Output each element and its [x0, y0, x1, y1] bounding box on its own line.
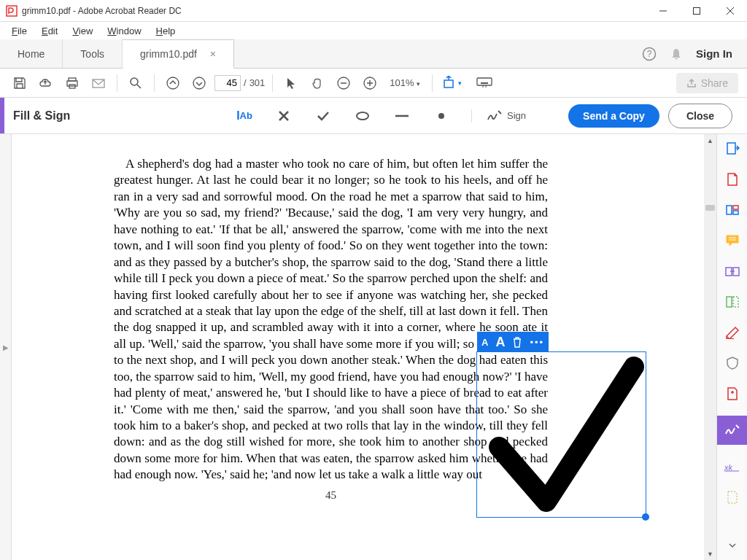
svg-rect-36 — [733, 206, 738, 209]
tab-document-label: grimm10.pdf — [140, 48, 197, 60]
anno-size-small-button[interactable]: A — [481, 337, 488, 348]
export-pdf-icon[interactable] — [724, 140, 741, 158]
vertical-scrollbar[interactable]: ▲ ▼ — [704, 134, 716, 560]
keyboard-icon[interactable] — [473, 72, 495, 94]
scroll-down-icon[interactable]: ▼ — [704, 548, 716, 560]
more-tools-icon[interactable] — [724, 489, 741, 506]
sign-tool[interactable]: Sign — [471, 109, 526, 122]
svg-point-33 — [438, 113, 444, 119]
fill-sign-bar: Fill & Sign IAb Sign Send a Copy Close — [0, 98, 747, 134]
send-copy-button[interactable]: Send a Copy — [568, 104, 659, 128]
save-icon[interactable] — [9, 72, 31, 94]
redact-icon[interactable] — [724, 324, 741, 341]
sign-in-button[interactable]: Sign In — [696, 47, 732, 60]
svg-rect-21 — [477, 78, 492, 85]
checkmark-annotation[interactable]: A A ••• — [476, 351, 646, 518]
tab-home[interactable]: Home — [0, 39, 63, 68]
prev-page-icon[interactable] — [162, 72, 184, 94]
zoom-in-icon[interactable] — [359, 72, 381, 94]
scroll-thumb[interactable] — [705, 205, 715, 211]
comment-icon[interactable] — [724, 232, 741, 249]
edit-pdf-icon[interactable] — [724, 201, 741, 219]
svg-rect-37 — [733, 211, 738, 214]
create-pdf-icon[interactable] — [724, 171, 741, 188]
svg-rect-42 — [727, 297, 732, 307]
check-tool-icon[interactable] — [314, 106, 333, 125]
next-page-icon[interactable] — [188, 72, 210, 94]
checkmark-icon — [477, 352, 647, 518]
window-title: grimm10.pdf - Adobe Acrobat Reader DC — [22, 6, 646, 16]
menu-edit[interactable]: Edit — [36, 24, 63, 38]
scroll-up-icon[interactable]: ▲ — [704, 134, 716, 147]
organize-icon[interactable] — [724, 293, 741, 311]
hand-tool-icon[interactable] — [306, 72, 328, 94]
maximize-button[interactable] — [680, 0, 713, 22]
svg-rect-20 — [444, 80, 453, 88]
titlebar: grimm10.pdf - Adobe Acrobat Reader DC — [0, 0, 747, 22]
anno-delete-icon[interactable] — [512, 336, 522, 348]
main-toolbar: / 301 101% ▾ ▾ Share — [0, 69, 747, 98]
svg-point-11 — [131, 78, 138, 85]
share-button: Share — [676, 73, 738, 93]
menu-view[interactable]: View — [66, 24, 98, 38]
menu-help[interactable]: Help — [150, 24, 182, 38]
print-icon[interactable] — [61, 72, 83, 94]
menu-window[interactable]: Window — [101, 24, 147, 38]
dot-tool-icon[interactable] — [432, 106, 451, 125]
svg-point-14 — [193, 77, 205, 89]
combine-icon[interactable] — [724, 262, 741, 280]
svg-line-12 — [137, 85, 141, 88]
sign-request-icon[interactable]: xk — [724, 458, 741, 475]
tab-close-icon[interactable]: × — [210, 48, 216, 60]
fill-sign-label: Fill & Sign — [4, 109, 79, 122]
line-tool-icon[interactable] — [392, 106, 411, 125]
svg-point-31 — [357, 112, 368, 120]
menubar: File Edit View Window Help — [0, 22, 747, 39]
cross-tool-icon[interactable] — [274, 106, 293, 125]
anno-more-icon[interactable]: ••• — [530, 337, 544, 348]
page-current-input[interactable] — [214, 75, 241, 91]
scroll-track[interactable] — [704, 147, 716, 548]
minimize-button[interactable] — [646, 0, 680, 22]
right-tools-panel: xk — [716, 134, 747, 560]
svg-text:xk: xk — [724, 463, 733, 472]
svg-rect-0 — [7, 6, 17, 16]
circle-tool-icon[interactable] — [353, 106, 372, 125]
document-page[interactable]: A shepherd's dog had a master who took n… — [12, 134, 704, 560]
svg-rect-8 — [67, 81, 77, 86]
annotation-resize-handle[interactable] — [642, 513, 649, 521]
anno-size-large-button[interactable]: A — [495, 335, 505, 350]
svg-rect-2 — [694, 7, 700, 14]
search-icon[interactable] — [125, 72, 147, 94]
select-tool-icon[interactable] — [280, 72, 302, 94]
svg-rect-35 — [727, 206, 732, 214]
notifications-icon[interactable] — [670, 47, 683, 61]
tab-tools[interactable]: Tools — [63, 39, 123, 68]
left-panel-toggle[interactable]: ▶ — [0, 134, 12, 560]
cloud-icon[interactable] — [35, 72, 57, 94]
help-icon[interactable]: ? — [642, 47, 657, 61]
menu-file[interactable]: File — [6, 24, 33, 38]
collapse-panel-icon[interactable] — [724, 537, 741, 554]
tabbar: Home Tools grimm10.pdf × ? Sign In — [0, 39, 747, 69]
tab-document[interactable]: grimm10.pdf × — [123, 39, 234, 69]
text-tool-icon[interactable]: IAb — [235, 106, 254, 125]
svg-rect-34 — [727, 143, 735, 154]
compress-icon[interactable] — [724, 385, 741, 402]
fit-width-icon[interactable]: ▾ — [440, 72, 462, 94]
close-window-button[interactable] — [713, 0, 747, 22]
annotation-toolbar: A A ••• — [477, 332, 549, 352]
svg-point-13 — [167, 77, 179, 89]
zoom-level[interactable]: 101% ▾ — [385, 77, 425, 88]
protect-icon[interactable] — [724, 354, 741, 372]
close-fillsign-button[interactable]: Close — [668, 104, 732, 128]
fill-sign-panel-icon[interactable] — [717, 416, 748, 445]
app-icon — [6, 5, 18, 17]
content-area: ▶ A shepherd's dog had a master who took… — [0, 134, 747, 560]
page-nav: / 301 — [214, 75, 265, 91]
page-total: 301 — [249, 77, 266, 88]
email-icon[interactable] — [88, 72, 109, 94]
svg-rect-43 — [733, 297, 738, 307]
page-sep: / — [244, 77, 247, 88]
zoom-out-icon[interactable] — [333, 72, 355, 94]
